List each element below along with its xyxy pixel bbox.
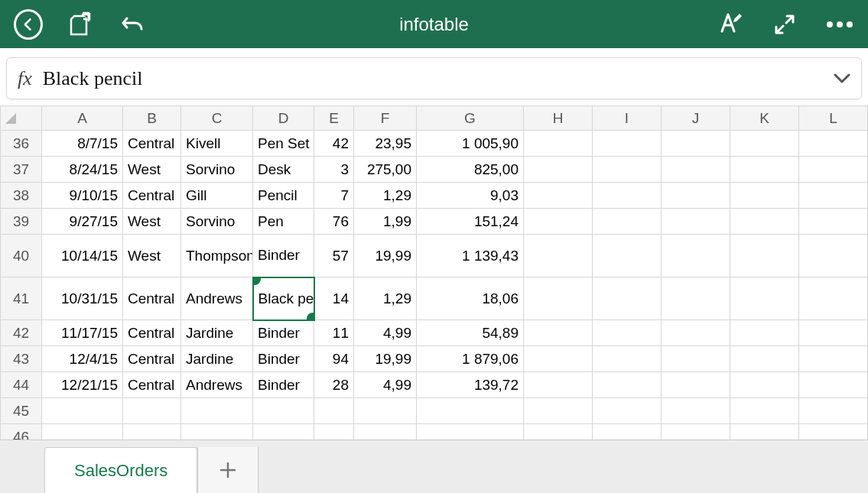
row-header[interactable]: 42 (1, 320, 42, 346)
cell[interactable] (730, 209, 799, 235)
cell[interactable] (799, 157, 868, 183)
cell[interactable] (730, 346, 799, 372)
cell[interactable] (593, 277, 662, 320)
cell[interactable] (593, 183, 662, 209)
cell[interactable] (524, 183, 593, 209)
row-header[interactable]: 45 (1, 398, 42, 424)
cell[interactable] (524, 235, 593, 277)
cell[interactable] (662, 209, 730, 235)
cell[interactable]: Andrews (181, 372, 253, 398)
cell[interactable]: Thompson (181, 235, 253, 277)
cell[interactable] (524, 157, 593, 183)
cell[interactable] (730, 398, 799, 424)
cell[interactable]: West (123, 235, 181, 277)
cell[interactable]: 275,00 (354, 157, 417, 183)
back-button[interactable] (14, 10, 43, 39)
cell[interactable] (799, 183, 868, 209)
cell[interactable] (730, 320, 799, 346)
row-header[interactable]: 44 (1, 372, 42, 398)
cell[interactable] (593, 346, 662, 372)
cell[interactable] (662, 320, 730, 346)
more-menu-button[interactable] (825, 10, 854, 39)
cell[interactable] (799, 398, 868, 424)
col-header-d[interactable]: D (253, 106, 314, 131)
col-header-c[interactable]: C (181, 106, 253, 131)
cell[interactable] (524, 398, 593, 424)
cell[interactable]: 1,29 (354, 183, 417, 209)
cell[interactable]: 151,24 (417, 209, 524, 235)
cell[interactable] (662, 277, 730, 320)
cell[interactable]: 3 (314, 157, 354, 183)
cell[interactable] (593, 235, 662, 277)
cell[interactable] (730, 235, 799, 277)
file-share-icon[interactable] (66, 10, 95, 39)
cell[interactable]: 28 (314, 372, 354, 398)
cell[interactable]: 19,99 (354, 346, 417, 372)
cell[interactable] (354, 398, 417, 424)
cell[interactable] (730, 277, 799, 320)
select-all-corner[interactable] (1, 106, 42, 131)
cell[interactable] (42, 398, 123, 424)
cell[interactable] (593, 372, 662, 398)
fullscreen-button[interactable] (770, 10, 799, 39)
cell[interactable]: 1,99 (354, 209, 417, 235)
cell[interactable] (524, 320, 593, 346)
cell[interactable]: 10/31/15 (42, 277, 123, 320)
cell[interactable]: 4,99 (354, 372, 417, 398)
cell[interactable]: 54,89 (417, 320, 524, 346)
cell[interactable]: Jardine (181, 346, 253, 372)
row-header[interactable]: 38 (1, 183, 42, 209)
cell[interactable] (730, 372, 799, 398)
cell[interactable] (524, 277, 593, 320)
font-style-button[interactable] (715, 10, 744, 39)
cell[interactable]: Central (123, 131, 181, 157)
cell[interactable]: Jardine (181, 320, 253, 346)
cell[interactable] (662, 346, 730, 372)
cell[interactable] (662, 372, 730, 398)
cell[interactable]: Binder (253, 235, 314, 277)
cell[interactable]: Central (123, 277, 181, 320)
cell[interactable]: 14 (314, 277, 354, 320)
cell[interactable]: Kivell (181, 131, 253, 157)
cell[interactable]: 4,99 (354, 320, 417, 346)
cell[interactable]: 19,99 (354, 235, 417, 277)
cell[interactable]: Central (123, 346, 181, 372)
row-header[interactable]: 40 (1, 235, 42, 277)
expand-formula-icon[interactable] (834, 73, 850, 84)
col-header-a[interactable]: A (42, 106, 123, 131)
col-header-k[interactable]: K (730, 106, 799, 131)
cell[interactable]: Binder (253, 320, 314, 346)
cell[interactable] (524, 131, 593, 157)
col-header-b[interactable]: B (123, 106, 181, 131)
cell[interactable]: 11 (314, 320, 354, 346)
cell[interactable]: 10/14/15 (42, 235, 123, 277)
cell[interactable]: Pen (253, 209, 314, 235)
row-header[interactable]: 36 (1, 131, 42, 157)
col-header-f[interactable]: F (354, 106, 417, 131)
cell[interactable] (662, 131, 730, 157)
row-header[interactable]: 37 (1, 157, 42, 183)
cell[interactable]: Central (123, 372, 181, 398)
cell[interactable] (524, 372, 593, 398)
cell[interactable] (662, 157, 730, 183)
cell[interactable]: Gill (181, 183, 253, 209)
cell[interactable]: Desk (253, 157, 314, 183)
cell[interactable] (593, 131, 662, 157)
cell[interactable]: 18,06 (417, 277, 524, 320)
cell[interactable] (799, 277, 868, 320)
row-header[interactable]: 43 (1, 346, 42, 372)
col-header-h[interactable]: H (524, 106, 593, 131)
cell[interactable] (799, 235, 868, 277)
cell[interactable] (593, 157, 662, 183)
col-header-l[interactable]: L (799, 106, 868, 131)
cell[interactable]: 825,00 (417, 157, 524, 183)
cell[interactable] (730, 183, 799, 209)
cell[interactable]: Andrews (181, 277, 253, 320)
cell[interactable]: 12/4/15 (42, 346, 123, 372)
formula-bar[interactable]: fx Black pencil (6, 57, 862, 99)
cell[interactable]: Pen Set (253, 131, 314, 157)
cell[interactable] (524, 346, 593, 372)
cell[interactable]: 9/10/15 (42, 183, 123, 209)
cell[interactable]: 1 139,43 (417, 235, 524, 277)
cell[interactable] (730, 131, 799, 157)
